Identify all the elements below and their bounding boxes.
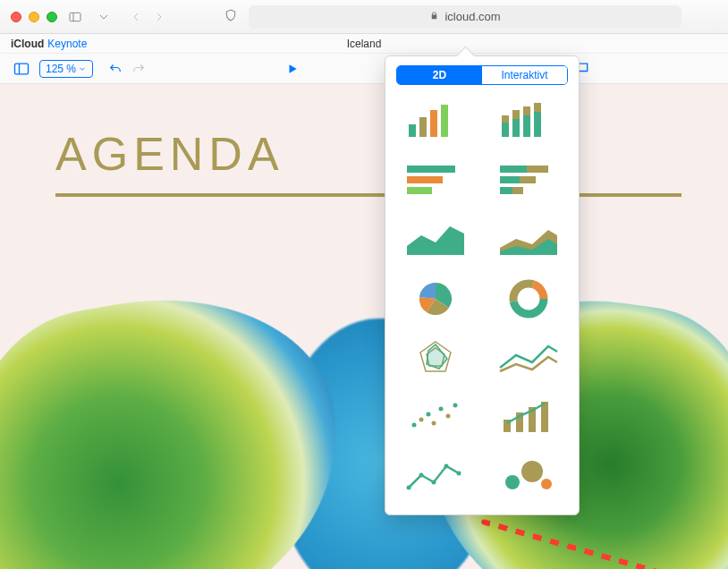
svg-rect-33 xyxy=(512,187,523,194)
chart-tab-interactive[interactable]: Interaktivt xyxy=(482,66,567,84)
svg-rect-17 xyxy=(502,123,509,137)
svg-point-45 xyxy=(446,414,451,419)
svg-rect-50 xyxy=(541,402,548,432)
svg-rect-29 xyxy=(527,166,548,173)
chart-insert-popover: 2D Interaktivt xyxy=(385,55,580,515)
chart-option-pie[interactable] xyxy=(391,271,480,327)
svg-point-52 xyxy=(419,473,424,478)
nav-forward-button[interactable] xyxy=(148,7,170,27)
sidebar-toggle-button[interactable] xyxy=(64,7,86,27)
map-image xyxy=(0,288,728,569)
privacy-shield-icon[interactable] xyxy=(224,8,238,25)
lock-icon xyxy=(429,10,439,23)
chart-option-bubble[interactable] xyxy=(484,448,573,504)
icloud-app-name[interactable]: Keynote xyxy=(47,38,87,50)
svg-point-44 xyxy=(439,407,444,412)
svg-rect-19 xyxy=(512,119,520,137)
svg-rect-24 xyxy=(534,103,541,112)
nav-back-button[interactable] xyxy=(125,7,147,27)
svg-point-42 xyxy=(427,412,431,417)
svg-point-40 xyxy=(412,423,417,428)
svg-point-58 xyxy=(541,479,552,489)
window-maximize-button[interactable] xyxy=(47,12,57,22)
svg-point-55 xyxy=(457,471,461,476)
svg-rect-32 xyxy=(500,187,512,194)
svg-rect-26 xyxy=(407,176,443,183)
chart-option-stacked-area[interactable] xyxy=(484,212,573,268)
svg-point-56 xyxy=(505,475,520,489)
svg-point-53 xyxy=(432,480,436,485)
chart-option-horizontal-stacked-bar[interactable] xyxy=(484,153,573,208)
undo-button[interactable] xyxy=(107,61,123,77)
chart-option-radar[interactable] xyxy=(391,330,480,386)
svg-rect-28 xyxy=(500,166,527,173)
play-slideshow-button[interactable] xyxy=(286,63,299,75)
chart-tab-2d[interactable]: 2D xyxy=(397,66,482,84)
browser-chrome: icloud.com xyxy=(0,0,728,34)
keynote-toolbar: 125 % xyxy=(0,54,728,84)
chart-type-grid xyxy=(385,90,579,507)
slide-title[interactable]: AGENDA xyxy=(55,127,284,181)
svg-point-57 xyxy=(521,461,543,482)
svg-rect-23 xyxy=(534,112,541,137)
svg-point-46 xyxy=(453,403,458,408)
window-close-button[interactable] xyxy=(11,12,21,22)
traffic-lights xyxy=(11,12,57,22)
svg-rect-13 xyxy=(409,124,416,137)
svg-marker-4 xyxy=(290,64,297,72)
chart-option-stacked-bar[interactable] xyxy=(484,94,573,149)
window-minimize-button[interactable] xyxy=(29,12,39,22)
svg-rect-20 xyxy=(512,110,520,119)
chart-option-area[interactable] xyxy=(391,212,480,268)
svg-point-54 xyxy=(444,464,449,469)
chart-option-line[interactable] xyxy=(391,448,480,504)
zoom-value: 125 % xyxy=(46,63,76,75)
chart-option-donut[interactable] xyxy=(484,271,573,327)
svg-rect-14 xyxy=(419,117,427,137)
svg-rect-16 xyxy=(441,105,448,137)
svg-rect-22 xyxy=(523,106,530,115)
svg-rect-15 xyxy=(430,110,437,137)
zoom-dropdown[interactable]: 125 % xyxy=(39,60,93,78)
svg-rect-0 xyxy=(70,13,80,21)
redo-button xyxy=(131,61,147,77)
svg-rect-18 xyxy=(502,115,509,123)
slide-title-rule xyxy=(55,193,681,197)
chart-option-bar[interactable] xyxy=(391,94,480,149)
slide-canvas[interactable]: AGENDA xyxy=(0,84,728,569)
svg-rect-30 xyxy=(500,176,520,183)
slide-navigator-button[interactable] xyxy=(13,60,30,78)
svg-rect-21 xyxy=(523,115,530,137)
svg-point-43 xyxy=(432,421,436,426)
url-bar[interactable]: icloud.com xyxy=(249,5,681,29)
chart-option-bar-trend[interactable] xyxy=(484,389,573,445)
svg-rect-25 xyxy=(407,166,455,173)
svg-point-51 xyxy=(407,486,411,490)
svg-rect-2 xyxy=(15,64,29,74)
chart-type-tabs: 2D Interaktivt xyxy=(396,65,568,85)
document-title: Iceland xyxy=(347,38,382,50)
chart-option-multi-line[interactable] xyxy=(484,330,573,386)
tab-dropdown-button[interactable] xyxy=(93,7,114,27)
svg-rect-27 xyxy=(407,187,432,194)
svg-point-41 xyxy=(419,418,424,422)
url-host-text: icloud.com xyxy=(444,10,500,23)
icloud-header: iCloud Keynote Iceland xyxy=(0,34,728,54)
svg-rect-31 xyxy=(520,176,536,183)
icloud-brand[interactable]: iCloud xyxy=(11,38,44,50)
chart-option-horizontal-bar[interactable] xyxy=(391,153,480,208)
chart-option-scatter[interactable] xyxy=(391,389,480,445)
